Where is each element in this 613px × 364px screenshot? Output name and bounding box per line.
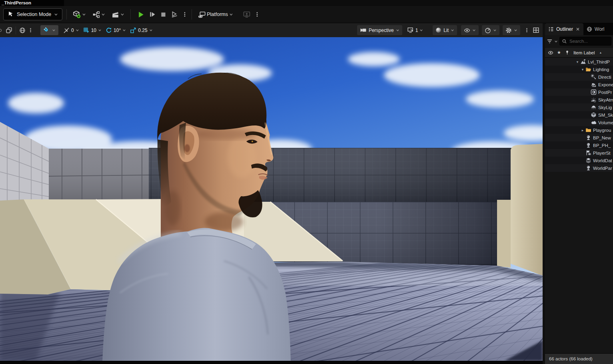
close-icon[interactable]: [575, 27, 580, 32]
outliner-item-label: Playgrou: [593, 128, 611, 133]
grid-snap-control[interactable]: 10: [83, 27, 102, 34]
main-toolbar: Selection Mode Platforms: [0, 6, 613, 23]
cinematics-button[interactable]: [110, 9, 126, 20]
chevron-down-icon[interactable]: [554, 40, 558, 43]
toolbar-divider: [66, 9, 67, 20]
device-preview-button[interactable]: [241, 9, 253, 20]
chevron-down-icon: [229, 12, 233, 16]
viewport-settings-dropdown[interactable]: [503, 25, 520, 35]
directional-light-icon: [591, 74, 597, 80]
sky-light-icon: [591, 104, 597, 110]
play-options-kebab-icon[interactable]: [182, 11, 188, 18]
level-tab[interactable]: _ThirdPerson: [0, 0, 64, 6]
tab-outliner[interactable]: Outliner: [545, 23, 583, 35]
outliner-item-label: Lvl_ThirdP: [588, 60, 610, 64]
outliner-row[interactable]: BP_PH_: [545, 141, 613, 149]
actor-icon: [585, 142, 591, 148]
rotation-snap-control[interactable]: 10°: [106, 27, 126, 34]
outliner-row[interactable]: Volume: [545, 119, 613, 126]
outliner-row[interactable]: SM_Sk: [545, 111, 613, 119]
search-box[interactable]: [559, 37, 611, 46]
outliner-item-label: PlayerSt: [593, 151, 610, 155]
outliner-row[interactable]: BP_New: [545, 134, 613, 141]
quad-layout-icon[interactable]: [533, 27, 539, 34]
outliner-item-label: BP_New: [593, 135, 611, 140]
screen-percentage-icon: [407, 27, 414, 34]
view-performance-dropdown[interactable]: [482, 25, 499, 35]
chevron-down-icon: [54, 12, 58, 16]
add-actor-cube-icon: [73, 10, 81, 18]
cloud-icon: [591, 119, 597, 125]
platforms-dropdown[interactable]: Platforms: [196, 9, 235, 20]
platforms-icon: [198, 11, 206, 18]
outliner-list-icon: [548, 26, 554, 32]
world-settings-tab-label: Worl: [595, 26, 604, 32]
outliner-search-row: [545, 35, 613, 47]
tab-world-settings[interactable]: Worl: [583, 23, 613, 35]
viewport-kebab-icon[interactable]: [28, 27, 33, 33]
scene-render: [0, 37, 543, 361]
viewport-kebab-icon[interactable]: [524, 27, 529, 33]
fog-icon: [591, 82, 597, 88]
selection-mode-dropdown[interactable]: Selection Mode: [3, 8, 62, 20]
outliner-row[interactable]: Expone: [545, 81, 613, 88]
stop-button[interactable]: [160, 11, 167, 18]
play-from-here-button[interactable]: [171, 11, 178, 18]
tree-expander-icon[interactable]: ▾: [575, 60, 580, 64]
world-settings-globe-icon: [587, 26, 592, 32]
tree-expander-icon[interactable]: ▸: [580, 128, 585, 132]
add-actor-button[interactable]: [71, 9, 88, 20]
clipped-circle-icon[interactable]: [0, 27, 3, 34]
outliner-item-label: Volume: [598, 120, 613, 125]
item-label-column[interactable]: Item Label: [573, 50, 595, 55]
tree-expander-icon[interactable]: ▾: [580, 68, 585, 72]
pin-icon[interactable]: [565, 50, 570, 55]
screen-percentage-control[interactable]: 1: [407, 27, 423, 34]
actor-icon: [585, 135, 591, 141]
lit-mode-dropdown[interactable]: Lit: [433, 25, 457, 35]
outliner-row[interactable]: WorldPar: [545, 164, 613, 172]
scale-snap-control[interactable]: 0.25: [130, 27, 152, 34]
chevron-down-icon: [493, 28, 497, 32]
world-icon[interactable]: [19, 27, 26, 34]
outliner-item-label: WorldPar: [593, 166, 612, 171]
snap-mode-dropdown[interactable]: [40, 25, 58, 35]
chevron-down-icon: [98, 28, 102, 32]
show-flags-dropdown[interactable]: [461, 25, 479, 35]
favorite-star-icon[interactable]: ★: [557, 50, 561, 55]
play-button[interactable]: [137, 11, 145, 18]
filter-icon[interactable]: [547, 38, 553, 44]
outliner-row[interactable]: SkyAtm: [545, 96, 613, 103]
visibility-eye-icon[interactable]: [548, 50, 553, 56]
outliner-row[interactable]: WorldDat: [545, 157, 613, 164]
device-preview-icon: [243, 10, 251, 18]
toolbar-divider: [130, 9, 131, 20]
search-input[interactable]: [569, 38, 609, 44]
outliner-row[interactable]: SkyLig: [545, 103, 613, 111]
blueprints-button[interactable]: [90, 9, 107, 20]
outliner-row[interactable]: PostPr: [545, 88, 613, 96]
outliner-row[interactable]: Directi: [545, 73, 613, 81]
surface-snap-icon: [63, 27, 70, 34]
outliner-column-header[interactable]: ★ Item Label ▲: [545, 48, 613, 58]
chevron-down-icon: [82, 12, 86, 16]
folder-open-icon: [585, 66, 591, 72]
rotation-snap-value: 10°: [114, 28, 121, 33]
outliner-row[interactable]: ▾Lvl_ThirdP: [545, 58, 613, 66]
magnet-snap-icon: [43, 27, 50, 34]
rotation-snap-icon: [106, 27, 112, 34]
viewport-3d-scene[interactable]: [0, 37, 543, 361]
toolbar-kebab-icon[interactable]: [254, 11, 260, 18]
restore-layout-icon[interactable]: [6, 27, 12, 34]
cursor-icon: [8, 11, 14, 18]
dial-icon: [485, 27, 491, 34]
level-icon: [580, 59, 586, 65]
outliner-row[interactable]: ▾Lighting: [545, 66, 613, 73]
perspective-dropdown[interactable]: Perspective: [357, 25, 402, 35]
frame-skip-button[interactable]: [149, 11, 156, 18]
outliner-row[interactable]: PlayerSt: [545, 149, 613, 157]
surface-snap-control[interactable]: 0: [63, 27, 79, 34]
outliner-item-label: Lighting: [593, 67, 609, 72]
layers-icon: [585, 157, 591, 163]
outliner-row[interactable]: ▸Playgrou: [545, 126, 613, 134]
